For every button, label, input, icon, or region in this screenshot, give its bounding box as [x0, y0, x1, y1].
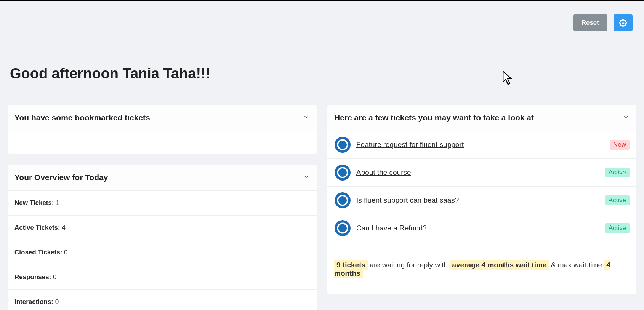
overview-row-label: Closed Tickets: [14, 249, 62, 256]
overview-row-value: 4 [60, 224, 66, 231]
avatar [334, 136, 351, 153]
ticket-link[interactable]: Can I have a Refund? [356, 224, 605, 232]
overview-row-value: 0 [53, 298, 59, 305]
overview-card: Your Overview for Today New Tickets: 1Ac… [8, 165, 317, 310]
overview-list: New Tickets: 1Active Tickets: 4Closed Ti… [8, 191, 317, 310]
overview-row-value: 1 [54, 199, 59, 206]
status-badge: New [610, 140, 630, 150]
svg-point-6 [338, 168, 347, 177]
summary-avg: average 4 months wait time [450, 260, 549, 270]
overview-row: Active Tickets: 4 [8, 216, 317, 240]
status-badge: Active [605, 168, 630, 177]
bookmarks-card: You have some bookmarked tickets [8, 105, 317, 154]
ticket-link[interactable]: Is fluent support can beat saas? [356, 196, 605, 205]
chevron-down-icon [623, 113, 630, 122]
gear-icon [619, 19, 627, 27]
bookmarks-body [8, 131, 317, 154]
columns: You have some bookmarked tickets Your Ov… [8, 105, 636, 310]
overview-row-label: Responses: [14, 273, 51, 281]
settings-button[interactable] [614, 14, 633, 31]
suggested-title: Here are a few tickets you may want to t… [334, 113, 534, 122]
chevron-down-icon [303, 113, 310, 122]
avatar [334, 220, 351, 236]
overview-row: New Tickets: 1 [8, 191, 317, 216]
status-badge: Active [605, 195, 630, 205]
topbar: Reset [8, 1, 636, 31]
overview-title: Your Overview for Today [14, 173, 108, 182]
page-greeting: Good afternoon Tania Taha!!! [8, 66, 636, 82]
svg-point-3 [338, 141, 347, 149]
overview-row-label: Interactions: [14, 298, 53, 305]
summary-text1: are waiting for reply with [368, 261, 450, 269]
overview-row-value: 0 [62, 249, 67, 256]
avatar [334, 164, 351, 181]
overview-row-label: New Tickets: [14, 199, 54, 206]
bookmarks-header[interactable]: You have some bookmarked tickets [8, 105, 317, 131]
svg-point-0 [622, 22, 624, 24]
svg-point-9 [338, 196, 347, 205]
overview-header[interactable]: Your Overview for Today [8, 165, 317, 191]
overview-row-value: 0 [51, 273, 56, 281]
ticket-summary: 9 tickets are waiting for reply with ave… [327, 242, 636, 294]
svg-point-12 [338, 224, 347, 232]
bookmarks-title: You have some bookmarked tickets [14, 113, 150, 122]
overview-row-label: Active Tickets: [14, 224, 60, 231]
overview-row: Interactions: 0 [8, 290, 317, 310]
ticket-link[interactable]: About the course [356, 168, 605, 177]
ticket-row: About the courseActive [327, 159, 636, 187]
reset-button[interactable]: Reset [573, 14, 607, 31]
suggested-card: Here are a few tickets you may want to t… [327, 105, 636, 294]
col-left: You have some bookmarked tickets Your Ov… [8, 105, 317, 310]
suggested-header[interactable]: Here are a few tickets you may want to t… [327, 105, 636, 131]
ticket-list: Feature request for fluent supportNewAbo… [327, 131, 636, 242]
status-badge: Active [605, 223, 630, 233]
ticket-row: Is fluent support can beat saas?Active [327, 187, 636, 214]
col-right: Here are a few tickets you may want to t… [327, 105, 636, 310]
chevron-down-icon [303, 173, 310, 182]
ticket-row: Can I have a Refund?Active [327, 214, 636, 242]
summary-text2: & max wait time [549, 261, 604, 269]
overview-row: Closed Tickets: 0 [8, 240, 317, 265]
avatar [334, 192, 351, 209]
ticket-row: Feature request for fluent supportNew [327, 131, 636, 159]
overview-row: Responses: 0 [8, 265, 317, 290]
ticket-link[interactable]: Feature request for fluent support [356, 141, 610, 149]
